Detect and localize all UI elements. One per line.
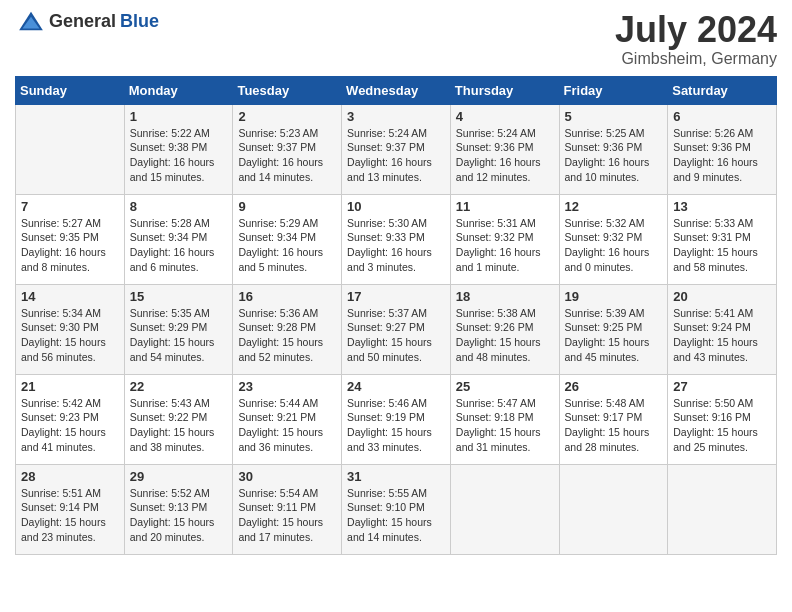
- calendar-cell: 6Sunrise: 5:26 AM Sunset: 9:36 PM Daylig…: [668, 104, 777, 194]
- calendar-week-row: 21Sunrise: 5:42 AM Sunset: 9:23 PM Dayli…: [16, 374, 777, 464]
- calendar-cell: 3Sunrise: 5:24 AM Sunset: 9:37 PM Daylig…: [342, 104, 451, 194]
- day-number: 8: [130, 199, 228, 214]
- calendar-cell: 12Sunrise: 5:32 AM Sunset: 9:32 PM Dayli…: [559, 194, 668, 284]
- day-number: 2: [238, 109, 336, 124]
- calendar-cell: 7Sunrise: 5:27 AM Sunset: 9:35 PM Daylig…: [16, 194, 125, 284]
- calendar-cell: 27Sunrise: 5:50 AM Sunset: 9:16 PM Dayli…: [668, 374, 777, 464]
- calendar-cell: 4Sunrise: 5:24 AM Sunset: 9:36 PM Daylig…: [450, 104, 559, 194]
- day-number: 30: [238, 469, 336, 484]
- calendar-cell: 1Sunrise: 5:22 AM Sunset: 9:38 PM Daylig…: [124, 104, 233, 194]
- day-info: Sunrise: 5:41 AM Sunset: 9:24 PM Dayligh…: [673, 306, 771, 365]
- calendar-cell: 26Sunrise: 5:48 AM Sunset: 9:17 PM Dayli…: [559, 374, 668, 464]
- calendar-header-tuesday: Tuesday: [233, 76, 342, 104]
- day-number: 25: [456, 379, 554, 394]
- day-number: 1: [130, 109, 228, 124]
- calendar-cell: 28Sunrise: 5:51 AM Sunset: 9:14 PM Dayli…: [16, 464, 125, 554]
- day-number: 27: [673, 379, 771, 394]
- day-number: 19: [565, 289, 663, 304]
- calendar-cell: [16, 104, 125, 194]
- day-number: 7: [21, 199, 119, 214]
- day-info: Sunrise: 5:48 AM Sunset: 9:17 PM Dayligh…: [565, 396, 663, 455]
- day-info: Sunrise: 5:54 AM Sunset: 9:11 PM Dayligh…: [238, 486, 336, 545]
- day-info: Sunrise: 5:44 AM Sunset: 9:21 PM Dayligh…: [238, 396, 336, 455]
- day-info: Sunrise: 5:32 AM Sunset: 9:32 PM Dayligh…: [565, 216, 663, 275]
- day-info: Sunrise: 5:29 AM Sunset: 9:34 PM Dayligh…: [238, 216, 336, 275]
- calendar-cell: 10Sunrise: 5:30 AM Sunset: 9:33 PM Dayli…: [342, 194, 451, 284]
- day-info: Sunrise: 5:24 AM Sunset: 9:37 PM Dayligh…: [347, 126, 445, 185]
- calendar-table: SundayMondayTuesdayWednesdayThursdayFrid…: [15, 76, 777, 555]
- title-area: July 2024 Gimbsheim, Germany: [615, 10, 777, 68]
- day-number: 20: [673, 289, 771, 304]
- day-number: 26: [565, 379, 663, 394]
- calendar-container: GeneralBlue July 2024 Gimbsheim, Germany…: [0, 0, 792, 565]
- day-info: Sunrise: 5:27 AM Sunset: 9:35 PM Dayligh…: [21, 216, 119, 275]
- calendar-cell: 2Sunrise: 5:23 AM Sunset: 9:37 PM Daylig…: [233, 104, 342, 194]
- calendar-header-wednesday: Wednesday: [342, 76, 451, 104]
- day-info: Sunrise: 5:26 AM Sunset: 9:36 PM Dayligh…: [673, 126, 771, 185]
- calendar-cell: 22Sunrise: 5:43 AM Sunset: 9:22 PM Dayli…: [124, 374, 233, 464]
- day-number: 17: [347, 289, 445, 304]
- logo-icon: [17, 10, 45, 32]
- day-info: Sunrise: 5:25 AM Sunset: 9:36 PM Dayligh…: [565, 126, 663, 185]
- month-title: July 2024: [615, 10, 777, 50]
- logo-general: General: [49, 11, 116, 32]
- day-number: 10: [347, 199, 445, 214]
- calendar-header-saturday: Saturday: [668, 76, 777, 104]
- calendar-header-row: SundayMondayTuesdayWednesdayThursdayFrid…: [16, 76, 777, 104]
- calendar-cell: [559, 464, 668, 554]
- day-number: 9: [238, 199, 336, 214]
- day-number: 11: [456, 199, 554, 214]
- header-area: GeneralBlue July 2024 Gimbsheim, Germany: [15, 10, 777, 68]
- calendar-cell: 16Sunrise: 5:36 AM Sunset: 9:28 PM Dayli…: [233, 284, 342, 374]
- calendar-week-row: 14Sunrise: 5:34 AM Sunset: 9:30 PM Dayli…: [16, 284, 777, 374]
- day-number: 31: [347, 469, 445, 484]
- calendar-week-row: 7Sunrise: 5:27 AM Sunset: 9:35 PM Daylig…: [16, 194, 777, 284]
- day-number: 23: [238, 379, 336, 394]
- day-info: Sunrise: 5:43 AM Sunset: 9:22 PM Dayligh…: [130, 396, 228, 455]
- calendar-cell: 8Sunrise: 5:28 AM Sunset: 9:34 PM Daylig…: [124, 194, 233, 284]
- logo: GeneralBlue: [15, 10, 159, 32]
- calendar-cell: 25Sunrise: 5:47 AM Sunset: 9:18 PM Dayli…: [450, 374, 559, 464]
- logo-blue: Blue: [120, 11, 159, 32]
- day-info: Sunrise: 5:55 AM Sunset: 9:10 PM Dayligh…: [347, 486, 445, 545]
- day-number: 24: [347, 379, 445, 394]
- day-number: 28: [21, 469, 119, 484]
- day-info: Sunrise: 5:33 AM Sunset: 9:31 PM Dayligh…: [673, 216, 771, 275]
- day-number: 6: [673, 109, 771, 124]
- calendar-cell: 11Sunrise: 5:31 AM Sunset: 9:32 PM Dayli…: [450, 194, 559, 284]
- calendar-cell: 9Sunrise: 5:29 AM Sunset: 9:34 PM Daylig…: [233, 194, 342, 284]
- day-info: Sunrise: 5:42 AM Sunset: 9:23 PM Dayligh…: [21, 396, 119, 455]
- day-number: 14: [21, 289, 119, 304]
- day-info: Sunrise: 5:36 AM Sunset: 9:28 PM Dayligh…: [238, 306, 336, 365]
- calendar-cell: 19Sunrise: 5:39 AM Sunset: 9:25 PM Dayli…: [559, 284, 668, 374]
- calendar-cell: 5Sunrise: 5:25 AM Sunset: 9:36 PM Daylig…: [559, 104, 668, 194]
- day-info: Sunrise: 5:23 AM Sunset: 9:37 PM Dayligh…: [238, 126, 336, 185]
- calendar-cell: 20Sunrise: 5:41 AM Sunset: 9:24 PM Dayli…: [668, 284, 777, 374]
- calendar-header-monday: Monday: [124, 76, 233, 104]
- day-info: Sunrise: 5:38 AM Sunset: 9:26 PM Dayligh…: [456, 306, 554, 365]
- day-info: Sunrise: 5:35 AM Sunset: 9:29 PM Dayligh…: [130, 306, 228, 365]
- day-number: 13: [673, 199, 771, 214]
- day-info: Sunrise: 5:51 AM Sunset: 9:14 PM Dayligh…: [21, 486, 119, 545]
- calendar-header-friday: Friday: [559, 76, 668, 104]
- calendar-header-sunday: Sunday: [16, 76, 125, 104]
- day-info: Sunrise: 5:22 AM Sunset: 9:38 PM Dayligh…: [130, 126, 228, 185]
- day-info: Sunrise: 5:39 AM Sunset: 9:25 PM Dayligh…: [565, 306, 663, 365]
- calendar-cell: 30Sunrise: 5:54 AM Sunset: 9:11 PM Dayli…: [233, 464, 342, 554]
- day-number: 29: [130, 469, 228, 484]
- day-number: 15: [130, 289, 228, 304]
- day-info: Sunrise: 5:52 AM Sunset: 9:13 PM Dayligh…: [130, 486, 228, 545]
- calendar-header-thursday: Thursday: [450, 76, 559, 104]
- day-info: Sunrise: 5:24 AM Sunset: 9:36 PM Dayligh…: [456, 126, 554, 185]
- day-number: 21: [21, 379, 119, 394]
- day-info: Sunrise: 5:28 AM Sunset: 9:34 PM Dayligh…: [130, 216, 228, 275]
- day-info: Sunrise: 5:34 AM Sunset: 9:30 PM Dayligh…: [21, 306, 119, 365]
- calendar-cell: 31Sunrise: 5:55 AM Sunset: 9:10 PM Dayli…: [342, 464, 451, 554]
- day-number: 16: [238, 289, 336, 304]
- day-number: 5: [565, 109, 663, 124]
- day-number: 12: [565, 199, 663, 214]
- day-info: Sunrise: 5:37 AM Sunset: 9:27 PM Dayligh…: [347, 306, 445, 365]
- calendar-cell: 13Sunrise: 5:33 AM Sunset: 9:31 PM Dayli…: [668, 194, 777, 284]
- calendar-cell: 18Sunrise: 5:38 AM Sunset: 9:26 PM Dayli…: [450, 284, 559, 374]
- day-number: 4: [456, 109, 554, 124]
